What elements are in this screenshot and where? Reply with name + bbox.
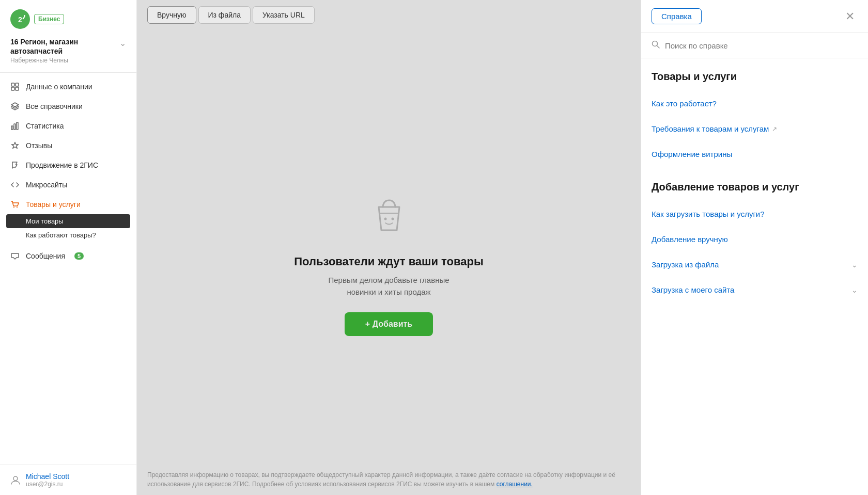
search-icon	[652, 40, 660, 51]
svg-rect-7	[14, 124, 16, 130]
help-content: Товары и услуги Как это работает? Требов…	[641, 58, 868, 495]
sidebar-item-stats-label: Статистика	[26, 122, 64, 130]
help-section-goods-title: Товары и услуги	[652, 71, 858, 83]
close-button[interactable]: ✕	[842, 9, 858, 24]
svg-point-13	[384, 218, 386, 220]
svg-point-14	[391, 218, 394, 220]
tab-url[interactable]: Указать URL	[253, 6, 315, 24]
sidebar-item-promo[interactable]: Продвижение в 2ГИС	[0, 155, 136, 175]
svg-rect-5	[16, 87, 19, 90]
tab-manual[interactable]: Вручную	[147, 6, 196, 24]
tab-file[interactable]: Из файла	[198, 6, 251, 24]
svg-text:2: 2	[18, 15, 22, 24]
empty-state-title: Пользователи ждут ваши товары	[294, 255, 483, 268]
company-selector[interactable]: 16 Регион, магазин автозапчастей Набереж…	[10, 37, 126, 64]
help-link-from-file[interactable]: Загрузка из файла ⌄	[652, 256, 858, 273]
messages-badge: 5	[74, 252, 84, 260]
sidebar-item-microsites[interactable]: Микросайты	[0, 175, 136, 195]
help-link-requirements-row: Требования к товарам и услугам ↗	[652, 116, 858, 141]
chevron-down-file-icon: ⌄	[851, 261, 858, 269]
help-link-how-works-row: Как это работает?	[652, 91, 858, 116]
user-email: user@2gis.ru	[26, 481, 69, 488]
help-link-how-upload[interactable]: Как загрузить товары и услуги?	[652, 205, 765, 222]
help-section-goods: Товары и услуги Как это работает? Требов…	[652, 71, 858, 167]
main-content: Вручную Из файла Указать URL Пользовател…	[137, 0, 641, 495]
help-link-storefront[interactable]: Оформление витрины	[652, 146, 732, 163]
sidebar-item-promo-label: Продвижение в 2ГИС	[26, 161, 98, 169]
sidebar-item-data[interactable]: Данные о компании	[0, 77, 136, 97]
biz-badge: Бизнес	[34, 14, 64, 24]
avatar-icon	[10, 475, 21, 485]
sidebar-subitem-my-goods[interactable]: Мои товары	[6, 214, 130, 228]
svg-rect-3	[16, 83, 19, 86]
sidebar-item-stats[interactable]: Статистика	[0, 116, 136, 136]
sidebar-item-messages[interactable]: Сообщения 5	[0, 246, 136, 266]
footer-text-content: Предоставляя информацию о товарах, вы по…	[147, 471, 615, 488]
sidebar-item-reviews-label: Отзывы	[26, 141, 52, 150]
sidebar: 2 Бизнес 16 Регион, магазин автозапчасте…	[0, 0, 137, 495]
bar-chart-icon	[10, 121, 20, 131]
footer-link[interactable]: соглашении.	[497, 481, 533, 488]
sidebar-item-reviews[interactable]: Отзывы	[0, 136, 136, 155]
sidebar-nav: Данные о компании Все справочники Статис…	[0, 73, 136, 465]
svg-rect-2	[11, 83, 14, 86]
chevron-down-icon: ⌄	[119, 38, 126, 48]
sidebar-item-messages-label: Сообщения	[26, 252, 65, 260]
grid-icon	[10, 82, 20, 91]
company-info: 16 Регион, магазин автозапчастей Набереж…	[10, 37, 119, 64]
sidebar-footer[interactable]: Michael Scott user@2gis.ru	[0, 465, 136, 495]
sidebar-header: 2 Бизнес 16 Регион, магазин автозапчасте…	[0, 0, 136, 73]
logo-icon: 2	[10, 9, 30, 29]
help-link-how-upload-row: Как загрузить товары и услуги?	[652, 201, 858, 227]
help-link-manual-add[interactable]: Добавление вручную	[652, 231, 728, 248]
sidebar-item-microsites-label: Микросайты	[26, 181, 67, 189]
svg-point-10	[17, 207, 18, 208]
sidebar-item-goods[interactable]: Товары и услуги	[0, 195, 136, 214]
help-header: Справка ✕	[641, 0, 868, 33]
sidebar-subitem-how-works[interactable]: Как работают товары?	[0, 228, 136, 242]
logo-area: 2 Бизнес	[10, 9, 126, 29]
help-link-from-site[interactable]: Загрузка с моего сайта ⌄	[652, 281, 858, 298]
user-info: Michael Scott user@2gis.ru	[26, 472, 69, 488]
svg-point-11	[13, 476, 18, 481]
content-area: Пользователи ждут ваши товары Первым дел…	[137, 30, 641, 495]
company-name: 16 Регион, магазин автозапчастей	[10, 37, 119, 56]
empty-state-icon	[363, 189, 415, 241]
search-area	[641, 33, 868, 58]
svg-rect-4	[11, 87, 14, 90]
help-title-button[interactable]: Справка	[652, 8, 702, 24]
svg-rect-6	[11, 126, 13, 130]
code-icon	[10, 180, 20, 189]
message-icon	[10, 251, 20, 261]
sidebar-item-directories[interactable]: Все справочники	[0, 97, 136, 116]
empty-state-subtitle: Первым делом добавьте главныеновинки и х…	[328, 275, 449, 298]
star-icon	[10, 141, 20, 150]
cart-icon	[10, 200, 20, 209]
help-link-requirements[interactable]: Требования к товарам и услугам ↗	[652, 120, 777, 137]
chevron-down-site-icon: ⌄	[851, 286, 858, 294]
help-link-storefront-row: Оформление витрины	[652, 141, 858, 167]
help-panel: Справка ✕ Товары и услуги Как это работа…	[641, 0, 868, 495]
footer-disclaimer: Предоставляя информацию о товарах, вы по…	[137, 464, 641, 495]
help-section-adding: Добавление товаров и услуг Как загрузить…	[652, 181, 858, 302]
flag-icon	[10, 161, 20, 170]
help-link-from-site-row: Загрузка с моего сайта ⌄	[652, 277, 858, 302]
help-link-manual-row: Добавление вручную	[652, 227, 858, 252]
sidebar-subitem-how-works-label: Как работают товары?	[26, 231, 96, 239]
sidebar-item-directories-label: Все справочники	[26, 102, 83, 110]
sidebar-item-goods-label: Товары и услуги	[26, 200, 81, 209]
external-link-icon: ↗	[772, 125, 777, 133]
help-search-input[interactable]	[665, 41, 858, 50]
help-link-how-works[interactable]: Как это работает?	[652, 95, 717, 112]
add-button-label: + Добавить	[365, 320, 412, 329]
user-name: Michael Scott	[26, 472, 69, 481]
company-city: Набережные Челны	[10, 57, 119, 64]
help-section-adding-title: Добавление товаров и услуг	[652, 181, 858, 193]
help-link-from-file-row: Загрузка из файла ⌄	[652, 252, 858, 277]
top-tabs: Вручную Из файла Указать URL	[137, 0, 641, 30]
layers-icon	[10, 102, 20, 111]
sidebar-subitem-my-goods-label: Мои товары	[26, 217, 64, 225]
sidebar-item-data-label: Данные о компании	[26, 83, 92, 91]
svg-rect-8	[17, 122, 18, 130]
add-button[interactable]: + Добавить	[345, 312, 433, 336]
